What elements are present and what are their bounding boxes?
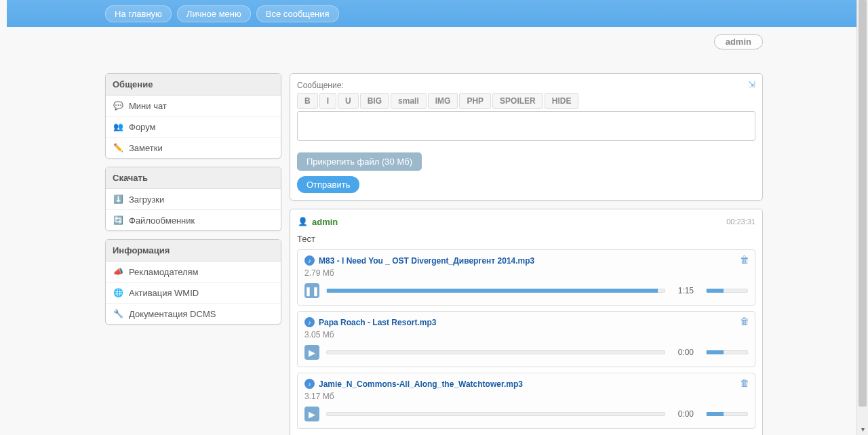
pause-icon[interactable]: ❚❚ xyxy=(304,283,319,298)
attachment-size: 3.05 Мб xyxy=(304,330,748,339)
music-icon: ♪ xyxy=(304,255,315,266)
sidebar-section-title: Общение xyxy=(106,74,281,96)
delete-icon[interactable]: 🗑 xyxy=(740,254,749,265)
music-icon: ♪ xyxy=(304,379,315,389)
message-label: Сообщение: xyxy=(297,81,755,90)
nav-personal[interactable]: Личное меню xyxy=(177,5,251,22)
volume-bar[interactable] xyxy=(706,412,748,416)
sidebar-item-icon: 💬 xyxy=(113,100,123,111)
attach-button[interactable]: Прикрепить файл (30 Мб) xyxy=(297,152,422,171)
format-spoiler-button[interactable]: SPOILER xyxy=(492,93,543,109)
nav-messages[interactable]: Все сообщения xyxy=(256,5,339,22)
sidebar-item[interactable]: 🔧Документация DCMS xyxy=(106,304,281,324)
format-php-button[interactable]: PHP xyxy=(459,93,491,109)
sidebar-item[interactable]: 👥Форум xyxy=(106,117,281,138)
sidebar-item-label: Активация WMID xyxy=(129,288,199,298)
attachment: 🗑♪M83 - I Need You _ OST Divergent_Дивер… xyxy=(297,249,755,306)
sidebar-item[interactable]: ✏️Заметки xyxy=(106,138,281,158)
send-button[interactable]: Отправить xyxy=(297,176,359,193)
play-icon[interactable]: ▶ xyxy=(304,345,319,360)
sidebar-section-title: Скачать xyxy=(106,167,281,189)
attachment-size: 2.79 Мб xyxy=(304,268,748,278)
scroll-thumb[interactable] xyxy=(859,0,867,407)
sidebar-item[interactable]: ⬇️Загрузки xyxy=(106,189,281,210)
format-hide-button[interactable]: HIDE xyxy=(545,93,579,109)
volume-bar[interactable] xyxy=(706,350,748,354)
sidebar-item-label: Загрузки xyxy=(129,194,164,205)
sidebar-item-label: Рекламодателям xyxy=(129,267,199,277)
top-nav: На главную Личное меню Все сообщения xyxy=(7,0,861,27)
scroll-down-icon[interactable]: ▾ xyxy=(857,423,868,435)
progress-bar[interactable] xyxy=(326,412,665,416)
playback-time: 0:00 xyxy=(672,409,694,419)
sidebar-item-label: Мини чат xyxy=(129,101,167,111)
message-editor: ⇲ Сообщение: BIUBIGsmallIMGPHPSPOILERHID… xyxy=(290,73,763,201)
expand-icon[interactable]: ⇲ xyxy=(748,79,755,89)
scrollbar[interactable]: ▴ ▾ xyxy=(856,0,868,435)
attachment: 🗑♪Jamie_N_Commons-All_Along_the_Watchtow… xyxy=(297,373,755,429)
play-icon[interactable]: ▶ xyxy=(304,407,319,421)
sidebar-item[interactable]: 🌐Активация WMID xyxy=(106,283,281,304)
format-img-button[interactable]: IMG xyxy=(428,93,458,109)
delete-icon[interactable]: 🗑 xyxy=(740,377,749,388)
attachment-size: 3.17 Мб xyxy=(304,392,748,401)
format-i-button[interactable]: I xyxy=(319,93,336,109)
sidebar-section-title: Информация xyxy=(106,240,281,262)
post-text: Тест xyxy=(297,234,755,244)
sidebar-item-label: Документация DCMS xyxy=(129,309,216,319)
audio-player: ▶0:00 xyxy=(304,345,748,360)
attachment-title[interactable]: ♪Papa Roach - Last Resort.mp3 xyxy=(304,317,748,327)
sidebar-item-label: Заметки xyxy=(129,143,163,153)
attachment-name: Jamie_N_Commons-All_Along_the_Watchtower… xyxy=(319,379,523,389)
delete-icon[interactable]: 🗑 xyxy=(740,316,749,327)
volume-bar[interactable] xyxy=(706,289,748,293)
music-icon: ♪ xyxy=(304,317,315,327)
sidebar: Общение💬Мини чат👥Форум✏️ЗаметкиСкачать⬇️… xyxy=(105,73,281,435)
sidebar-item-icon: ⬇️ xyxy=(113,194,123,205)
user-pill[interactable]: admin xyxy=(714,34,763,49)
sidebar-item-icon: 👥 xyxy=(113,121,123,132)
attachment-title[interactable]: ♪M83 - I Need You _ OST Divergent_Диверг… xyxy=(304,255,748,266)
message-input[interactable] xyxy=(297,111,755,141)
sidebar-item-label: Файлообменник xyxy=(129,215,195,226)
sidebar-item[interactable]: 🔄Файлообменник xyxy=(106,210,281,230)
format-u-button[interactable]: U xyxy=(338,93,359,109)
attachment-name: Papa Roach - Last Resort.mp3 xyxy=(319,318,436,327)
sidebar-item-icon: 📣 xyxy=(113,266,123,277)
format-small-button[interactable]: small xyxy=(391,93,427,109)
playback-time: 0:00 xyxy=(672,348,694,357)
sidebar-item-icon: 🔄 xyxy=(113,215,123,226)
nav-home[interactable]: На главную xyxy=(105,5,172,22)
sidebar-item-icon: 🔧 xyxy=(113,308,123,319)
playback-time: 1:15 xyxy=(672,286,694,295)
sidebar-item[interactable]: 💬Мини чат xyxy=(106,96,281,117)
post: 👤 admin 00:23:31 Тест 🗑♪M83 - I Need You… xyxy=(290,209,763,435)
sidebar-item-icon: 🌐 xyxy=(113,287,123,298)
post-author[interactable]: admin xyxy=(312,217,338,227)
sidebar-item-label: Форум xyxy=(129,122,156,132)
sidebar-item-icon: ✏️ xyxy=(113,142,123,153)
sidebar-item[interactable]: 📣Рекламодателям xyxy=(106,262,281,283)
format-big-button[interactable]: BIG xyxy=(360,93,389,109)
audio-player: ❚❚1:15 xyxy=(304,283,748,298)
attachment: 🗑♪Papa Roach - Last Resort.mp33.05 Мб▶0:… xyxy=(297,311,755,367)
attachment-name: M83 - I Need You _ OST Divergent_Диверге… xyxy=(319,256,534,266)
progress-bar[interactable] xyxy=(326,350,665,354)
audio-player: ▶0:00 xyxy=(304,407,748,421)
format-toolbar: BIUBIGsmallIMGPHPSPOILERHIDE xyxy=(297,93,755,109)
post-time: 00:23:31 xyxy=(726,218,755,226)
user-icon: 👤 xyxy=(297,216,308,227)
attachment-title[interactable]: ♪Jamie_N_Commons-All_Along_the_Watchtowe… xyxy=(304,379,748,389)
progress-bar[interactable] xyxy=(326,289,665,293)
format-b-button[interactable]: B xyxy=(297,93,318,109)
